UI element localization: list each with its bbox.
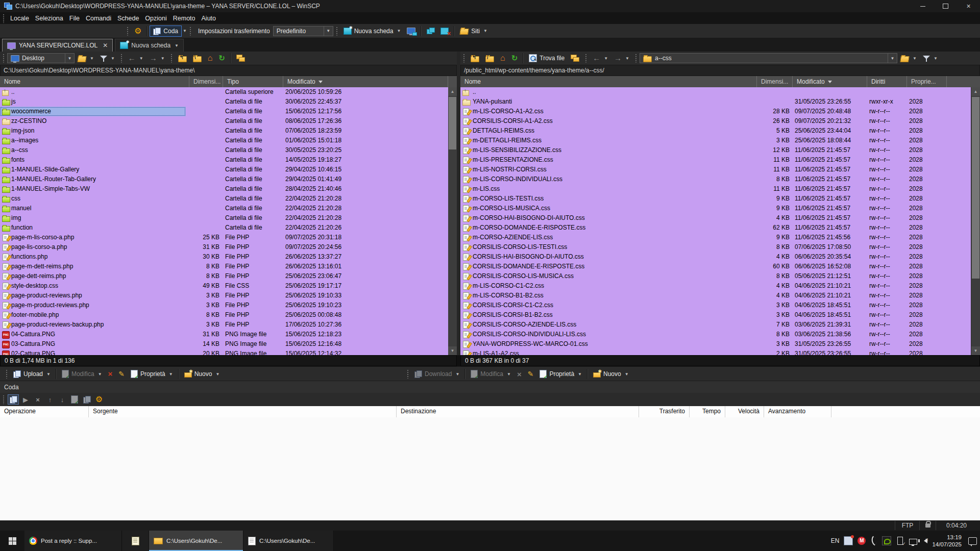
file-row[interactable]: m-DETTAGLI-REIMS.css3 KB25/06/2025 18:08… [460,136,971,145]
file-row[interactable]: CORSILIS-CORSI-C1-C2.css3 KB04/06/2025 1… [460,300,971,310]
panel-toolbar-grip3[interactable] [635,54,637,63]
edit-alternative-button[interactable]: ✎ [115,369,128,379]
minimize-button[interactable] [911,0,934,12]
file-row[interactable]: page-lis-corso-a.php31 KBFile PHP09/07/2… [0,242,448,252]
file-row[interactable]: 1-MANUEL-Simple-Tabs-VWCartella di file2… [0,184,448,194]
file-row[interactable]: CORSILIS-CORSI-A1-A2.css26 KB09/07/2025 … [460,116,971,126]
delete-button[interactable]: × [514,368,525,380]
open-directory-button[interactable]: ▼ [897,53,920,64]
panel-toolbar-grip[interactable] [463,54,465,63]
preferences-button[interactable]: ⚙ [131,26,144,37]
column-header-dimensione[interactable]: Dimensi... [189,76,223,87]
network-icon[interactable] [909,539,917,545]
remote-path-bar[interactable]: /public_html/wp-content/themes/yana-them… [460,65,980,76]
file-row[interactable]: DETTAGLI-REIMS.css5 KB25/06/2025 23:44:0… [460,126,971,136]
nvidia-icon[interactable] [882,536,891,545]
taskbar-item-explorer[interactable]: C:\Users\Gokuh\De... [243,531,334,551]
scroll-down-icon[interactable]: ▼ [971,346,980,355]
file-row[interactable]: fontsCartella di file14/05/2025 19:18:27 [0,155,448,165]
queue-items-button[interactable] [81,394,92,405]
commands-grip[interactable] [6,369,8,379]
new-button[interactable]: Nuovo▼ [181,369,223,379]
start-button[interactable] [0,531,24,551]
panel-splitter[interactable] [457,52,460,355]
scrollbar-thumb[interactable] [449,97,456,149]
file-row[interactable]: imgCartella di file22/04/2025 21:20:28 [0,213,448,223]
file-row[interactable]: m-LIS-CORSO-C1-C2.css4 KB04/06/2025 21:1… [460,281,971,291]
file-row[interactable]: m-LIS-SENSIBILIZZAZIONE.css12 KB11/06/20… [460,145,971,155]
file-row[interactable]: jsCartella di file30/06/2025 22:45:37 [0,97,448,107]
volume-muted-icon[interactable] [924,538,927,543]
toolbar-grip3[interactable] [336,27,338,36]
download-button[interactable]: Download▼ [411,369,462,379]
queue-header-avanzamento[interactable]: Avanzamento [764,406,831,417]
scroll-down-icon[interactable]: ▼ [448,346,457,355]
root-directory-button[interactable]: \ [190,53,205,64]
file-row[interactable]: page-product-reviews.php3 KBFile PHP25/0… [0,291,448,300]
file-row[interactable]: page-dett-reims.php8 KBFile PHP25/06/202… [0,271,448,281]
panel-toolbar-grip[interactable] [3,54,5,63]
root-directory-button[interactable]: / [482,53,497,64]
file-row[interactable]: page-m-lis-corso-a.php25 KBFile PHP09/07… [0,233,448,242]
parent-directory-button[interactable]: ↰ [175,53,190,64]
file-row[interactable]: m-CORSO-DOMANDE-E-RISPOSTE.css62 KB11/06… [460,223,971,233]
file-row[interactable]: m-CORSO-LIS-TESTI.css9 KB11/06/2025 21:4… [460,194,971,204]
menu-aiuto[interactable]: Aiuto [199,13,219,23]
sites-button[interactable]: Siti ▼ [457,26,491,36]
file-row[interactable]: manuelCartella di file22/04/2025 21:20:2… [0,204,448,213]
remote-status-bar[interactable]: 0 B di 367 KB in 0 di 37 [460,355,980,366]
chevron-down-icon[interactable]: ▼ [324,27,333,36]
queue-resume-button[interactable]: ▶ [20,394,31,405]
security-segment[interactable] [919,521,936,530]
file-row[interactable]: YANA-pulsanti31/05/2025 23:26:55rwxr-xr-… [460,97,971,107]
forward-button[interactable]: →▼ [611,53,632,63]
file-row[interactable]: m-LIS-CORSO-INDIVIDUALI.css8 KB11/06/202… [460,174,971,184]
queue-header-sorgente[interactable]: Sorgente [89,406,397,417]
scrollbar-thumb[interactable] [972,97,979,279]
column-header-modificato[interactable]: Modificato [283,76,448,87]
file-row[interactable]: zz-CESTINOCartella di file08/06/2025 17:… [0,116,448,126]
file-row[interactable]: img-jsonCartella di file07/06/2025 18:23… [0,126,448,136]
local-scrollbar[interactable]: ▲ ▼ [448,87,457,355]
file-row[interactable]: 04-Cattura.PNG31 KBPNG Image file15/06/2… [0,330,448,339]
file-row[interactable]: cssCartella di file22/04/2025 21:20:28 [0,194,448,204]
queue-delete-button[interactable]: × [32,394,43,405]
transfer-preset-combobox[interactable]: Predefinito ▼ [273,26,333,36]
file-row[interactable]: m-CORSO-LIS-MUSICA.css9 KB11/06/2025 21:… [460,204,971,213]
menu-locale[interactable]: Locale [7,13,32,23]
find-files-button[interactable]: Trova file [526,53,568,64]
file-row[interactable]: m-LIS-CORSO-B1-B2.css4 KB04/06/2025 21:1… [460,291,971,300]
new-tab-button[interactable]: Nuova scheda ▼ [340,26,404,36]
duplicate-session-button[interactable] [404,26,419,36]
properties-button[interactable]: Proprietà▼ [536,368,585,380]
queue-list-empty[interactable] [0,417,980,520]
file-row[interactable]: m-CORSO-AZIENDE-LIS.css9 KB11/06/2025 21… [460,233,971,242]
maximize-button[interactable] [934,0,957,12]
queue-show-toggle-button[interactable] [8,394,19,405]
file-row[interactable]: page-product-reviews-backup.php3 KBFile … [0,320,448,330]
file-row[interactable]: m-LIS-NOSTRI-CORSI.css11 KB11/06/2025 21… [460,165,971,174]
close-tab-button[interactable] [437,26,452,36]
menu-opzioni[interactable]: Opzioni [142,13,169,23]
file-row[interactable]: 02-Cattura.PNG20 KBPNG Image file15/06/2… [0,349,448,355]
chevron-down-icon[interactable]: ▼ [888,54,897,63]
queue-settings-button[interactable]: ⚙ [93,394,105,405]
input-language-indicator[interactable]: EN [831,537,840,544]
satellite-dish-icon[interactable] [869,536,879,545]
local-path-bar[interactable]: C:\Users\Gokuh\Desktop\WORDPRESS-YANA-MA… [0,65,457,76]
remote-scrollbar[interactable]: ▲ ▼ [971,87,980,355]
file-row[interactable]: m-LIS-PRESENTAZIONE.css11 KB11/06/2025 2… [460,155,971,165]
filter-button[interactable]: ▼ [920,54,941,63]
file-row[interactable]: woocommerceCartella di file15/06/2025 12… [0,107,448,116]
synchronize-browsing-button[interactable] [568,53,582,63]
delete-button[interactable]: × [105,369,116,379]
edit-button[interactable]: Modifica▼ [59,368,105,380]
column-header-nome[interactable]: Nome [0,76,189,87]
new-button[interactable]: Nuovo▼ [590,369,632,379]
file-row[interactable]: CORSILIS-CORSI-B1-B2.css3 KB04/06/2025 1… [460,310,971,320]
file-row[interactable]: m-LIS-CORSO-A1-A2.css28 KB09/07/2025 20:… [460,107,971,116]
file-row[interactable]: 03-Cattura.PNG14 KBPNG Image file15/06/2… [0,339,448,349]
file-row[interactable]: functions.php30 KBFile PHP26/06/2025 13:… [0,252,448,262]
upload-button[interactable]: Upload▼ [10,369,54,379]
menu-schede[interactable]: Schede [114,13,142,23]
